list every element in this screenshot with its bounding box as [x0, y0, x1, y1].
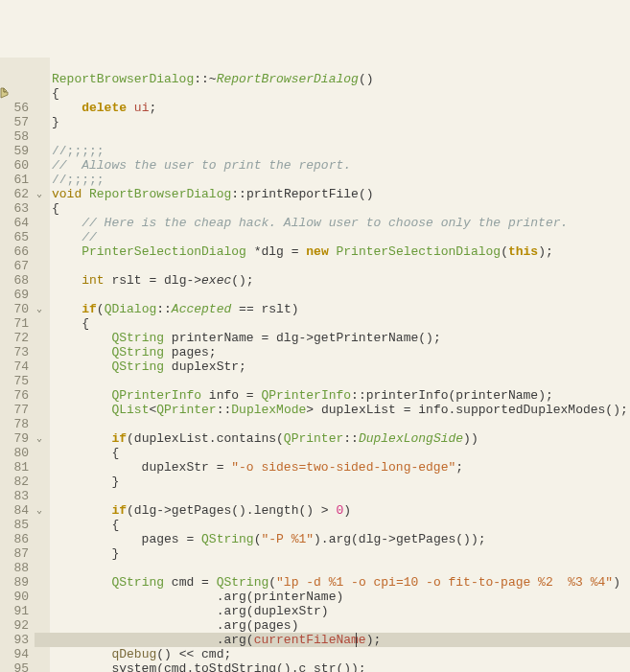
code-line[interactable]: //: [52, 230, 97, 244]
line-number[interactable]: 64: [0, 216, 31, 230]
code-line[interactable]: .arg(pages): [52, 618, 298, 633]
line-number[interactable]: 84: [0, 503, 31, 518]
code-line[interactable]: {: [52, 518, 119, 532]
code-line[interactable]: QString duplexStr;: [52, 359, 246, 374]
line-number[interactable]: 92: [0, 618, 31, 633]
line-number[interactable]: 67: [0, 259, 31, 273]
code-line[interactable]: {: [52, 446, 119, 460]
code-token: {: [52, 446, 119, 460]
line-number[interactable]: 69: [0, 288, 31, 302]
line-number[interactable]: 91: [0, 604, 31, 618]
code-line[interactable]: //;;;;;: [52, 144, 105, 158]
line-number[interactable]: 74: [0, 359, 31, 374]
line-number[interactable]: 66: [0, 244, 31, 259]
code-token: *dlg =: [246, 244, 306, 259]
line-number[interactable]: 86: [0, 532, 31, 546]
line-number[interactable]: 56: [0, 101, 31, 115]
line-number[interactable]: 94: [0, 647, 31, 661]
code-line[interactable]: {: [52, 316, 89, 331]
line-number[interactable]: 81: [0, 460, 31, 475]
line-number[interactable]: 87: [0, 546, 31, 561]
code-line[interactable]: // Here is the cheap hack. Allow user to…: [52, 216, 568, 230]
code-token: duplexStr;: [164, 359, 246, 374]
code-line[interactable]: }: [52, 475, 119, 489]
line-number[interactable]: 80: [0, 446, 31, 460]
code-token: );: [366, 633, 382, 647]
code-area[interactable]: ReportBrowserDialog::~ReportBrowserDialo…: [50, 58, 630, 672]
line-number[interactable]: 83: [0, 489, 31, 503]
line-number[interactable]: 60: [0, 158, 31, 173]
code-token: Accepted: [172, 302, 231, 316]
fold-chevron-icon[interactable]: ⌄: [36, 302, 42, 316]
code-token: ();: [231, 273, 253, 288]
code-line[interactable]: QString pages;: [52, 345, 217, 359]
code-token: (duplexList.contains(: [127, 431, 284, 446]
line-number[interactable]: 72: [0, 331, 31, 345]
line-number[interactable]: 85: [0, 518, 31, 532]
code-token: .arg(pages): [52, 618, 298, 633]
code-line[interactable]: delete ui;: [52, 101, 156, 115]
line-number[interactable]: 68: [0, 273, 31, 288]
line-number[interactable]: 59: [0, 144, 31, 158]
line-number[interactable]: 90: [0, 590, 31, 604]
line-number-gutter[interactable]: 5657585960616263646566676869707172737475…: [0, 58, 35, 672]
breakpoint-hand-icon[interactable]: [0, 86, 12, 100]
code-token: [52, 230, 82, 244]
line-number[interactable]: 78: [0, 417, 31, 431]
code-token: ).arg(dlg->getPages());: [314, 532, 485, 546]
code-line[interactable]: .arg(duplexStr): [52, 604, 329, 618]
code-line[interactable]: int rslt = dlg->exec();: [52, 273, 254, 288]
code-line[interactable]: {: [52, 86, 59, 101]
code-line[interactable]: //;;;;;: [52, 173, 105, 187]
line-number[interactable]: 77: [0, 403, 31, 417]
code-line[interactable]: }: [52, 115, 59, 129]
code-token: printerName = dlg->getPrinterName();: [164, 331, 441, 345]
line-number[interactable]: 58: [0, 129, 31, 144]
line-number[interactable]: 57: [0, 115, 31, 129]
code-line[interactable]: QString printerName = dlg->getPrinterNam…: [52, 331, 441, 345]
line-number[interactable]: 70: [0, 302, 31, 316]
code-token: if: [111, 431, 127, 446]
line-number[interactable]: 61: [0, 173, 31, 187]
code-token: exec: [201, 273, 231, 288]
code-line[interactable]: .arg(printerName): [52, 590, 343, 604]
code-line[interactable]: if(duplexList.contains(QPrinter::DuplexL…: [52, 431, 478, 446]
code-line[interactable]: {: [52, 201, 59, 216]
line-number[interactable]: 65: [0, 230, 31, 244]
code-line[interactable]: // Allows the user to print the report.: [52, 158, 351, 173]
code-line[interactable]: .arg(currentFileName);: [52, 633, 381, 647]
code-line[interactable]: duplexStr = "-o sides=two-sided-long-edg…: [52, 460, 463, 475]
fold-column[interactable]: ⌄⌄⌄⌄: [35, 58, 50, 672]
code-line[interactable]: QString cmd = QString("lp -d %1 -o cpi=1…: [52, 575, 620, 590]
code-line[interactable]: QList<QPrinter::DuplexMode> duplexList =…: [52, 403, 628, 417]
fold-chevron-icon[interactable]: ⌄: [36, 503, 42, 518]
line-number[interactable]: 89: [0, 575, 31, 590]
code-line[interactable]: void ReportBrowserDialog::printReportFil…: [52, 187, 374, 201]
line-number[interactable]: 62: [0, 187, 31, 201]
line-number[interactable]: 82: [0, 475, 31, 489]
code-editor[interactable]: 5657585960616263646566676869707172737475…: [0, 58, 630, 672]
code-line[interactable]: PrinterSelectionDialog *dlg = new Printe…: [52, 244, 553, 259]
fold-chevron-icon[interactable]: ⌄: [36, 187, 42, 201]
code-token: ~: [209, 72, 217, 86]
code-line[interactable]: qDebug() << cmd;: [52, 647, 231, 661]
line-number[interactable]: 93: [0, 633, 31, 647]
code-token: ): [613, 575, 620, 590]
line-number[interactable]: 71: [0, 316, 31, 331]
line-number[interactable]: 95: [0, 661, 31, 672]
code-line[interactable]: }: [52, 546, 119, 561]
code-line[interactable]: system(cmd.toStdString().c_str());: [52, 661, 366, 672]
line-number[interactable]: 75: [0, 374, 31, 388]
code-line[interactable]: if(QDialog::Accepted == rslt): [52, 302, 299, 316]
line-number[interactable]: 79: [0, 431, 31, 446]
line-number[interactable]: 88: [0, 561, 31, 575]
line-number[interactable]: 73: [0, 345, 31, 359]
code-line[interactable]: if(dlg->getPages().length() > 0): [52, 503, 351, 518]
line-number[interactable]: 76: [0, 388, 31, 403]
line-number[interactable]: 63: [0, 201, 31, 216]
fold-chevron-icon[interactable]: ⌄: [36, 431, 42, 446]
code-line[interactable]: pages = QString("-P %1").arg(dlg->getPag…: [52, 532, 486, 546]
code-line[interactable]: QPrinterInfo info = QPrinterInfo::printe…: [52, 388, 553, 403]
code-token: {: [52, 518, 119, 532]
code-line[interactable]: ReportBrowserDialog::~ReportBrowserDialo…: [52, 72, 374, 86]
